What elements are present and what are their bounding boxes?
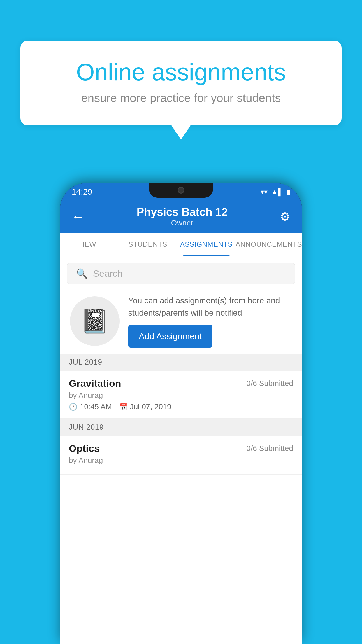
search-icon: 🔍 bbox=[76, 268, 88, 279]
back-button[interactable]: ← bbox=[72, 209, 85, 224]
phone-frame: 14:29 ▾▾ ▲▌ ▮ ← Physics Batch 12 Owner ⚙… bbox=[60, 183, 302, 644]
assignment-item-optics[interactable]: Optics 0/6 Submitted by Anurag bbox=[60, 436, 302, 475]
assignment-time-value: 10:45 AM bbox=[80, 402, 112, 411]
search-placeholder: Search bbox=[93, 268, 122, 279]
speech-bubble-container: Online assignments ensure more practice … bbox=[20, 41, 342, 125]
assignment-name-optics: Optics bbox=[69, 443, 100, 454]
assignment-by: by Anurag bbox=[69, 391, 293, 400]
tab-iew[interactable]: IEW bbox=[60, 233, 119, 256]
tab-announcements[interactable]: ANNOUNCEMENTS bbox=[236, 233, 302, 256]
signal-icon: ▲▌ bbox=[271, 188, 283, 196]
assignment-submitted-optics: 0/6 Submitted bbox=[247, 444, 293, 453]
header-subtitle: Owner bbox=[137, 218, 228, 228]
battery-icon: ▮ bbox=[287, 188, 290, 196]
tab-students[interactable]: STUDENTS bbox=[119, 233, 177, 256]
assignment-date: 📅 Jul 07, 2019 bbox=[119, 402, 171, 411]
assignment-date-value: Jul 07, 2019 bbox=[130, 402, 171, 411]
assignment-time: 🕐 10:45 AM bbox=[69, 402, 112, 411]
info-description: You can add assignment(s) from here and … bbox=[128, 295, 292, 319]
add-assignment-button[interactable]: Add Assignment bbox=[128, 325, 212, 348]
assignment-icon-circle: 📓 bbox=[70, 296, 120, 346]
assignment-by-optics: by Anurag bbox=[69, 456, 293, 465]
bubble-subtitle: ensure more practice for your students bbox=[44, 92, 318, 105]
assignment-name: Gravitation bbox=[69, 378, 121, 389]
info-card: 📓 You can add assignment(s) from here an… bbox=[67, 289, 295, 354]
assignment-meta: 🕐 10:45 AM 📅 Jul 07, 2019 bbox=[69, 402, 293, 411]
section-header-jul: JUL 2019 bbox=[60, 354, 302, 371]
info-text-area: You can add assignment(s) from here and … bbox=[128, 295, 292, 348]
bubble-title: Online assignments bbox=[44, 58, 318, 86]
app-header: ← Physics Batch 12 Owner ⚙ bbox=[60, 201, 302, 233]
phone-notch bbox=[149, 183, 213, 198]
assignment-submitted: 0/6 Submitted bbox=[247, 379, 293, 388]
phone-camera bbox=[178, 187, 184, 194]
clock-icon: 🕐 bbox=[69, 403, 78, 411]
content-area: 🔍 Search 📓 You can add assignment(s) fro… bbox=[60, 256, 302, 644]
settings-icon[interactable]: ⚙ bbox=[280, 210, 290, 223]
header-title: Physics Batch 12 bbox=[137, 206, 228, 218]
notebook-icon: 📓 bbox=[80, 307, 109, 335]
assignment-row1: Gravitation 0/6 Submitted bbox=[69, 378, 293, 389]
section-header-jun: JUN 2019 bbox=[60, 419, 302, 436]
header-title-area: Physics Batch 12 Owner bbox=[137, 206, 228, 228]
tabs-bar: IEW STUDENTS ASSIGNMENTS ANNOUNCEMENTS bbox=[60, 233, 302, 256]
tab-assignments[interactable]: ASSIGNMENTS bbox=[177, 233, 236, 256]
search-bar[interactable]: 🔍 Search bbox=[67, 263, 295, 284]
speech-bubble: Online assignments ensure more practice … bbox=[20, 41, 342, 125]
status-time: 14:29 bbox=[72, 187, 92, 197]
assignment-item-gravitation[interactable]: Gravitation 0/6 Submitted by Anurag 🕐 10… bbox=[60, 371, 302, 419]
status-icons: ▾▾ ▲▌ ▮ bbox=[261, 188, 290, 196]
wifi-icon: ▾▾ bbox=[261, 188, 268, 196]
assignment-row1-optics: Optics 0/6 Submitted bbox=[69, 443, 293, 454]
calendar-icon: 📅 bbox=[119, 403, 128, 411]
